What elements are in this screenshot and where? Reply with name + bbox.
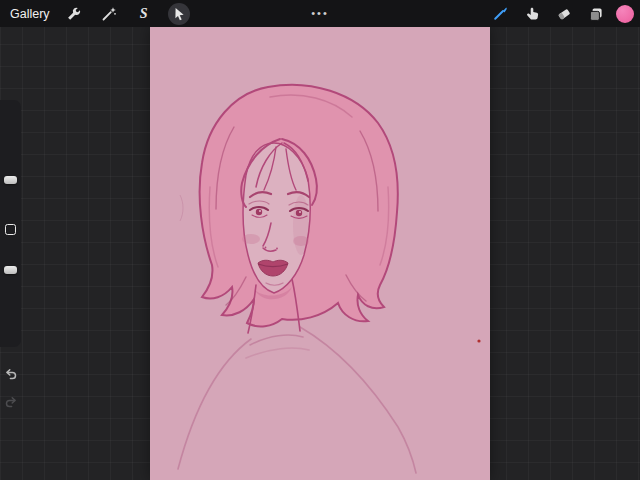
redo-button[interactable] [0,392,21,414]
redo-icon [4,395,18,412]
eraser-icon [556,6,572,22]
adjustments-button[interactable] [97,0,121,27]
canvas-options-button[interactable]: ••• [311,0,329,27]
paint-button[interactable] [488,0,512,27]
drawing-canvas[interactable] [150,27,490,480]
undo-icon [4,367,18,384]
transform-button[interactable] [167,0,191,27]
opacity-handle[interactable] [4,266,17,274]
layers-button[interactable] [584,0,608,27]
portrait-sketch-artwork [150,27,490,480]
top-toolbar: Gallery S [0,0,640,27]
brush-sidebar [0,100,21,347]
selection-s-icon: S [140,7,148,21]
modify-button[interactable] [5,224,16,235]
opacity-slider[interactable] [0,240,21,340]
selection-button[interactable]: S [132,0,156,27]
actions-button[interactable] [62,0,86,27]
wrench-icon [66,6,82,22]
color-swatch[interactable] [616,5,634,23]
magic-wand-icon [101,6,117,22]
layers-icon [588,6,604,22]
brush-size-slider[interactable] [0,118,21,218]
smudge-finger-icon [524,6,540,22]
undo-button[interactable] [0,364,21,386]
erase-button[interactable] [552,0,576,27]
smudge-button[interactable] [520,0,544,27]
arrow-cursor-icon [171,6,187,22]
brush-icon [492,5,509,22]
left-tool-group: S [62,0,191,27]
right-tool-group [488,0,634,27]
gallery-button[interactable]: Gallery [10,7,50,21]
brush-size-handle[interactable] [4,176,17,184]
